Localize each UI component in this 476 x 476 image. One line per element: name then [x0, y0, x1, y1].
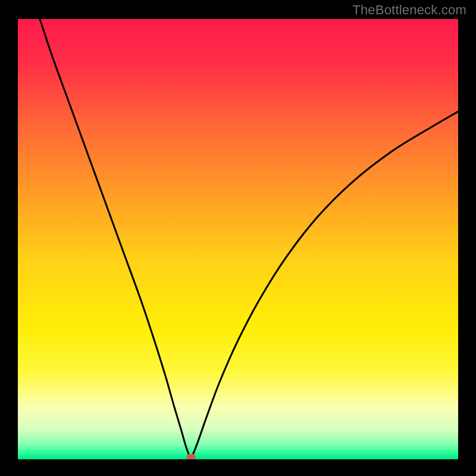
bottleneck-curve	[40, 19, 458, 459]
plot-area	[18, 19, 458, 459]
watermark-text: TheBottleneck.com	[352, 2, 466, 18]
optimal-point-marker	[186, 454, 195, 459]
curve-layer	[18, 19, 458, 459]
chart-frame: TheBottleneck.com	[0, 0, 476, 476]
